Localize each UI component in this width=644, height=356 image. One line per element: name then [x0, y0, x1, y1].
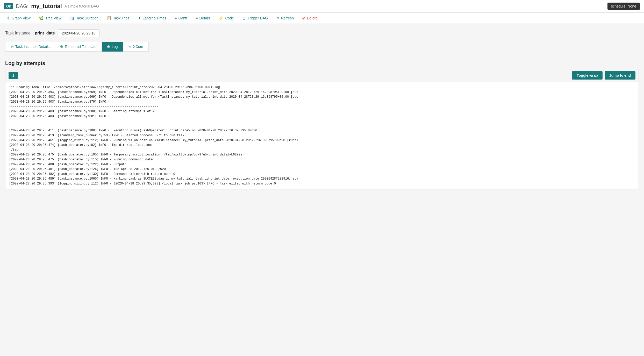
nav-details-label: Details — [199, 16, 211, 20]
nav-task-duration[interactable]: 📊 Task Duration — [66, 13, 103, 24]
nav-task-tries-label: Task Tries — [113, 16, 130, 20]
jump-to-end-button[interactable]: Jump to end — [605, 71, 635, 80]
log-title: Log by attempts — [5, 57, 639, 69]
tab-task-instance-details[interactable]: ❊ Task Instance Details — [5, 42, 55, 52]
tab-rendered-template[interactable]: ❊ Rendered Template — [55, 42, 102, 52]
nav-code[interactable]: ⚡ Code — [214, 13, 238, 24]
task-instance-row: Task Instance: print_date 2020-04-28 20:… — [5, 29, 639, 37]
toggle-wrap-button[interactable]: Toggle wrap — [572, 71, 602, 80]
on-badge: On — [4, 3, 13, 9]
attempt-bar: 1 Toggle wrap Jump to end — [5, 69, 639, 82]
tab-log-icon: ❊ — [107, 45, 110, 49]
task-instance-name: print_date — [35, 31, 55, 35]
tab-xcom-icon: ❊ — [128, 45, 132, 49]
details-icon: ≡ — [196, 16, 198, 20]
code-icon: ⚡ — [219, 16, 224, 20]
nav-code-label: Code — [225, 16, 234, 20]
task-tries-icon: 📋 — [107, 16, 112, 20]
tab-task-instance-details-label: Task Instance Details — [15, 45, 49, 49]
nav-task-duration-label: Task Duration — [76, 16, 98, 20]
nav-details[interactable]: ≡ Details — [191, 13, 215, 24]
tab-task-instance-details-icon: ❊ — [11, 45, 14, 49]
page-header: On DAG: my_tutorial A simple tutorial DA… — [0, 0, 644, 13]
attempt-number: 1 — [9, 72, 18, 79]
log-section: Log by attempts 1 Toggle wrap Jump to en… — [5, 57, 639, 189]
dag-prefix-label: DAG: — [16, 3, 28, 9]
task-instance-date: 2020-04-28 20:29:16 — [58, 29, 99, 37]
landing-times-icon: ✈ — [138, 16, 141, 20]
attempt-actions: Toggle wrap Jump to end — [572, 71, 635, 80]
page-content: Task Instance: print_date 2020-04-28 20:… — [0, 24, 644, 192]
nav-graph-view[interactable]: ❊ Graph View — [3, 13, 35, 24]
tab-xcom-label: XCom — [133, 45, 143, 49]
nav-task-tries[interactable]: 📋 Task Tries — [103, 13, 134, 24]
tab-log-label: Log — [112, 45, 118, 49]
graph-view-icon: ❊ — [7, 16, 10, 20]
main-navbar: ❊ Graph View 🌿 Tree View 📊 Task Duration… — [0, 13, 644, 24]
refresh-icon: ↻ — [276, 16, 280, 20]
tab-log[interactable]: ❊ Log — [102, 42, 123, 52]
nav-landing-times-label: Landing Times — [143, 16, 166, 20]
dag-description-label: A simple tutorial DAG — [65, 4, 99, 8]
delete-icon: ⊗ — [302, 16, 305, 20]
dag-name-label: my_tutorial — [31, 3, 62, 10]
tab-xcom[interactable]: ❊ XCom — [123, 42, 149, 52]
nav-trigger-dag-label: Trigger DAG — [248, 16, 268, 20]
nav-delete-label: Delete — [307, 16, 317, 20]
schedule-badge: schedule: None — [607, 3, 640, 10]
tab-rendered-template-label: Rendered Template — [65, 45, 96, 49]
log-content: *** Reading local file: /home/svpineo1/a… — [5, 82, 639, 189]
nav-landing-times[interactable]: ✈ Landing Times — [134, 13, 170, 24]
tab-rendered-template-icon: ❊ — [60, 45, 63, 49]
tree-view-icon: 🌿 — [39, 16, 44, 20]
nav-trigger-dag[interactable]: ⏱ Trigger DAG — [238, 13, 272, 24]
nav-graph-view-label: Graph View — [12, 16, 31, 20]
nav-refresh[interactable]: ↻ Refresh — [272, 13, 298, 24]
header-left: On DAG: my_tutorial A simple tutorial DA… — [4, 3, 99, 10]
nav-refresh-label: Refresh — [281, 16, 294, 20]
tab-bar: ❊ Task Instance Details ❊ Rendered Templ… — [5, 42, 639, 52]
task-duration-icon: 📊 — [70, 16, 75, 20]
trigger-dag-icon: ⏱ — [242, 16, 246, 20]
nav-gantt-label: Gantt — [178, 16, 187, 20]
log-panel: 1 Toggle wrap Jump to end *** Reading lo… — [5, 69, 639, 189]
nav-gantt[interactable]: ≡ Gantt — [170, 13, 191, 24]
task-instance-label: Task Instance: — [5, 31, 32, 35]
nav-tree-view[interactable]: 🌿 Tree View — [35, 13, 66, 24]
nav-tree-view-label: Tree View — [45, 16, 61, 20]
gantt-icon: ≡ — [175, 16, 177, 20]
nav-delete[interactable]: ⊗ Delete — [298, 13, 321, 24]
